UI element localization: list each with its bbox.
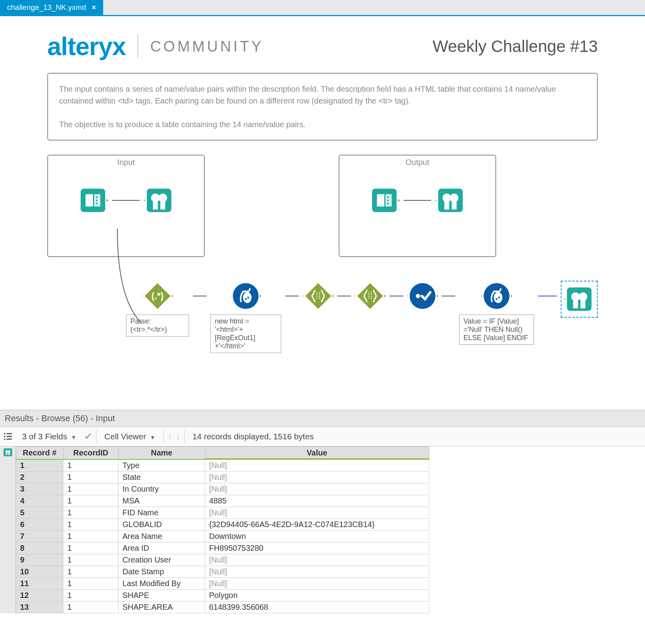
browse-tool-output[interactable] (435, 185, 466, 216)
table-row[interactable]: 71Area NameDowntown (16, 531, 429, 542)
cell-name[interactable]: Creation User (119, 554, 205, 566)
cell-name[interactable]: GLOBALID (119, 519, 205, 531)
cell-name[interactable]: Last Modified By (119, 578, 205, 590)
regex-tool[interactable]: (.*) (142, 281, 173, 311)
fields-dropdown[interactable]: 3 of 3 Fields ▼ (18, 430, 80, 443)
checkmark-icon[interactable]: ✔ (84, 431, 92, 442)
svg-rect-76 (4, 448, 12, 456)
output-container[interactable]: Output (339, 155, 496, 257)
input-container[interactable]: Input (47, 155, 205, 257)
cell-value[interactable]: [Null] (205, 554, 429, 566)
selected-tool-outline (561, 281, 598, 318)
cell-value[interactable]: Polygon (205, 590, 429, 601)
text-input-tool[interactable] (78, 185, 108, 216)
connector (193, 281, 206, 311)
cell-name[interactable]: FID Name (119, 507, 205, 519)
workflow-tab[interactable]: challenge_13_NK.yxmd × (0, 0, 103, 15)
cell-name[interactable]: SHAPE (119, 590, 205, 601)
row-number: 12 (16, 590, 63, 601)
cell-recordid[interactable]: 1 (63, 459, 119, 472)
table-row[interactable]: 51FID Name[Null] (16, 507, 429, 519)
formula-tool-2[interactable] (481, 281, 512, 311)
table-row[interactable]: 41MSA4885 (16, 495, 429, 507)
svg-point-3 (96, 196, 98, 198)
svg-point-5 (96, 202, 98, 204)
list-view-icon[interactable] (2, 430, 14, 443)
table-row[interactable]: 101Date Stamp[Null] (16, 566, 429, 578)
grid-sidebar (0, 446, 16, 613)
text-input-tool-output[interactable] (369, 185, 400, 216)
cell-name[interactable]: SHAPE.AREA (119, 601, 205, 613)
table-row[interactable]: 21State[Null] (16, 472, 429, 483)
cell-recordid[interactable]: 1 (63, 554, 119, 566)
svg-text:(.*): (.*) (151, 291, 163, 301)
cell-recordid[interactable]: 1 (63, 483, 119, 495)
cell-recordid[interactable]: 1 (63, 495, 119, 507)
cell-value[interactable]: 6148399.356068 (205, 601, 429, 613)
arrow-down-icon[interactable]: ↓ (176, 431, 180, 442)
cell-value[interactable]: [Null] (205, 459, 429, 472)
browse-icon[interactable] (3, 447, 13, 457)
col-value[interactable]: Value (205, 447, 429, 460)
svg-rect-68 (573, 300, 578, 308)
svg-marker-64 (564, 298, 566, 300)
svg-point-17 (387, 196, 389, 198)
results-grid[interactable]: Record # RecordID Name Value 11Type[Null… (16, 446, 429, 613)
cell-recordid[interactable]: 1 (63, 566, 119, 578)
table-row[interactable]: 31In Country[Null] (16, 483, 429, 495)
cell-value[interactable]: [Null] (205, 566, 429, 578)
svg-marker-38 (260, 295, 261, 297)
svg-marker-62 (511, 295, 512, 297)
svg-marker-20 (398, 199, 400, 202)
svg-rect-73 (7, 436, 12, 437)
cell-name[interactable]: Area Name (119, 531, 205, 542)
tab-bar: challenge_13_NK.yxmd × (0, 0, 645, 16)
formula-tool-1[interactable] (230, 281, 261, 311)
cell-name[interactable]: Type (119, 459, 205, 472)
cell-recordid[interactable]: 1 (63, 542, 119, 554)
table-row[interactable]: 11Type[Null] (16, 459, 429, 472)
table-row[interactable]: 121SHAPEPolygon (16, 590, 429, 601)
text-to-columns-tool-1[interactable] (303, 281, 334, 311)
cell-value[interactable]: 4885 (205, 495, 429, 507)
cell-recordid[interactable]: 1 (63, 578, 119, 590)
table-row[interactable]: 131SHAPE.AREA6148399.356068 (16, 601, 429, 613)
svg-point-4 (96, 200, 98, 202)
cell-viewer-dropdown[interactable]: Cell Viewer ▼ (100, 430, 159, 443)
browse-tool-input[interactable] (144, 185, 174, 216)
workflow-canvas[interactable]: alteryx COMMUNITY Weekly Challenge #13 T… (0, 16, 645, 410)
cell-name[interactable]: State (119, 472, 205, 483)
browse-tool-final[interactable] (564, 284, 595, 315)
col-name[interactable]: Name (119, 447, 205, 460)
table-row[interactable]: 81Area IDFH8950753280 (16, 542, 429, 554)
table-row[interactable]: 61GLOBALID{32D94405-66A5-4E2D-9A12-C074E… (16, 519, 429, 531)
cell-value[interactable]: [Null] (205, 472, 429, 483)
cell-value[interactable]: FH8950753280 (205, 542, 429, 554)
select-tool[interactable] (407, 281, 438, 311)
cell-recordid[interactable]: 1 (63, 472, 119, 483)
cell-name[interactable]: Area ID (119, 542, 205, 554)
cell-recordid[interactable]: 1 (63, 507, 119, 519)
svg-point-24 (443, 194, 451, 202)
arrow-up-icon[interactable]: ↑ (168, 431, 172, 442)
cell-value[interactable]: [Null] (205, 483, 429, 495)
cell-recordid[interactable]: 1 (63, 519, 119, 531)
col-recordid[interactable]: RecordID (63, 447, 119, 460)
svg-rect-80 (8, 453, 10, 455)
cell-name[interactable]: In Country (119, 483, 205, 495)
text-to-columns-tool-2[interactable] (355, 281, 386, 311)
cell-name[interactable]: MSA (119, 495, 205, 507)
table-row[interactable]: 91Creation User[Null] (16, 554, 429, 566)
close-icon[interactable]: × (92, 3, 96, 12)
cell-value[interactable]: {32D94405-66A5-4E2D-9A12-C074E123CB14} (205, 519, 429, 531)
cell-value[interactable]: Downtown (205, 531, 429, 542)
col-record-num[interactable]: Record # (16, 447, 63, 460)
row-number: 8 (16, 542, 63, 554)
cell-name[interactable]: Date Stamp (119, 566, 205, 578)
cell-value[interactable]: [Null] (205, 507, 429, 519)
cell-value[interactable]: [Null] (205, 578, 429, 590)
cell-recordid[interactable]: 1 (63, 601, 119, 613)
cell-recordid[interactable]: 1 (63, 531, 119, 542)
table-row[interactable]: 111Last Modified By[Null] (16, 578, 429, 590)
cell-recordid[interactable]: 1 (63, 590, 119, 601)
